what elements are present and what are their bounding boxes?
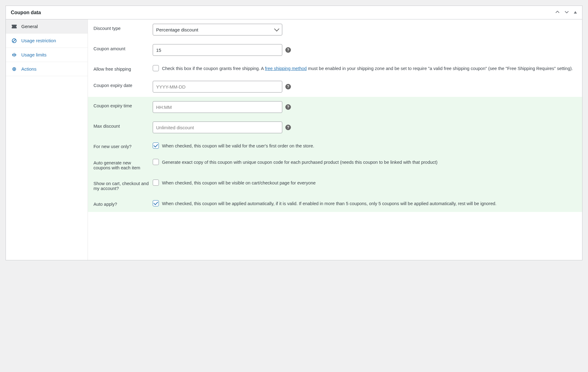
general-tab-content: Discount type Percentage discount Coupon… [88,19,582,260]
coupon-expiry-time-input[interactable] [153,101,282,113]
for-new-user-checkbox[interactable] [153,143,159,149]
row-auto-apply: Auto apply? When checked, this coupon wi… [88,195,582,212]
arrows-icon [11,52,17,57]
free-shipping-method-link[interactable]: free shipping method [265,66,307,71]
free-shipping-description: Check this box if the coupon grants free… [162,64,573,72]
tab-usage-limits[interactable]: Usage limits [6,48,88,62]
tab-usage-limits-label: Usage limits [21,52,47,57]
discount-type-select[interactable]: Percentage discount [153,24,282,35]
row-allow-free-shipping: Allow free shipping Check this box if th… [88,60,582,76]
allow-free-shipping-checkbox[interactable] [153,65,159,71]
label-max-discount: Max discount [93,122,149,129]
row-show-on-cart: Show on cart, checkout and my account? W… [88,175,582,195]
tab-actions[interactable]: Actions [6,62,88,76]
panel-header-controls [555,10,577,15]
svg-line-1 [13,39,16,42]
row-max-discount: Max discount ? [88,117,582,138]
show-on-cart-description: When checked, this coupon will be visibl… [162,179,316,187]
row-discount-type: Discount type Percentage discount [88,19,582,40]
auto-apply-checkbox[interactable] [153,200,159,206]
move-up-icon[interactable] [555,10,560,15]
row-coupon-amount: Coupon amount ? [88,40,582,60]
row-for-new-user: For new user only? When checked, this co… [88,138,582,154]
panel-title: Coupon data [11,10,41,15]
panel-body: General Usage restriction Usage limits A… [6,19,582,260]
row-coupon-expiry-date: Coupon expiry date ? [88,76,582,97]
help-icon[interactable]: ? [285,84,291,89]
gear-icon [11,67,17,72]
label-allow-free-shipping: Allow free shipping [93,64,149,72]
coupon-amount-input[interactable] [153,44,282,56]
auto-generate-checkbox[interactable] [153,159,159,165]
tab-actions-label: Actions [21,66,36,72]
help-icon[interactable]: ? [285,104,291,110]
label-auto-generate: Auto generate new coupons with each item [93,158,149,170]
coupon-expiry-date-input[interactable] [153,81,282,93]
help-icon[interactable]: ? [285,125,291,130]
auto-apply-description: When checked, this coupon will be applie… [162,200,496,207]
label-coupon-expiry-time: Coupon expiry time [93,101,149,108]
row-auto-generate: Auto generate new coupons with each item… [88,154,582,175]
panel-header: Coupon data [6,6,582,19]
toggle-panel-icon[interactable] [574,10,577,15]
tab-usage-restriction[interactable]: Usage restriction [6,34,88,48]
svg-point-5 [14,68,15,70]
row-coupon-expiry-time: Coupon expiry time ? [88,97,582,117]
coupon-data-panel: Coupon data General [6,6,582,260]
tab-general[interactable]: General [6,19,88,34]
label-show-on-cart: Show on cart, checkout and my account? [93,179,149,191]
for-new-user-description: When checked, this coupon will be valid … [162,142,314,150]
label-coupon-amount: Coupon amount [93,44,149,51]
svg-point-4 [13,68,16,71]
tabs-sidebar: General Usage restriction Usage limits A… [6,19,88,260]
ticket-icon [11,24,17,29]
max-discount-input[interactable] [153,122,282,133]
tab-usage-restriction-label: Usage restriction [21,38,56,43]
move-down-icon[interactable] [564,10,569,15]
label-for-new-user: For new user only? [93,142,149,149]
label-coupon-expiry-date: Coupon expiry date [93,81,149,88]
label-discount-type: Discount type [93,24,149,31]
show-on-cart-checkbox[interactable] [153,180,159,186]
ban-icon [11,38,17,43]
tab-general-label: General [21,24,38,29]
help-icon[interactable]: ? [285,47,291,53]
auto-generate-description: Generate exact copy of this coupon with … [162,158,437,166]
label-auto-apply: Auto apply? [93,200,149,207]
